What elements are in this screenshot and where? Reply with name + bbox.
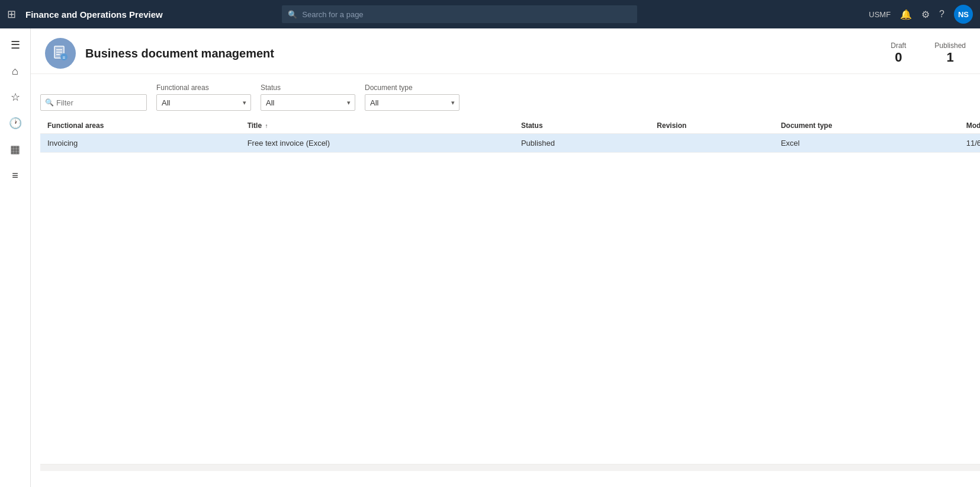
status-select[interactable]: All bbox=[261, 94, 355, 111]
cell-document-type: Excel bbox=[774, 134, 959, 153]
cell-title: Free text invoice (Excel) bbox=[240, 134, 514, 153]
sidebar-item-recent[interactable]: 🕐 bbox=[4, 111, 27, 135]
status-group: Status All bbox=[261, 84, 355, 111]
draft-stat: Draft 0 bbox=[891, 41, 906, 65]
sidebar: ☰ ⌂ ☆ 🕐 ▦ ≡ bbox=[0, 28, 31, 487]
draft-count: 0 bbox=[891, 50, 906, 65]
col-functional-areas[interactable]: Functional areas bbox=[40, 118, 240, 134]
sidebar-item-workspaces[interactable]: ▦ bbox=[4, 137, 27, 161]
horizontal-scrollbar[interactable] bbox=[40, 464, 980, 471]
search-icon: 🔍 bbox=[288, 10, 297, 19]
sidebar-item-favorites[interactable]: ☆ bbox=[4, 85, 27, 109]
page-header: ≡ Business document management Draft 0 P… bbox=[31, 28, 980, 74]
page-icon: ≡ bbox=[45, 38, 76, 69]
col-modified[interactable]: Modified date and time bbox=[959, 118, 980, 134]
col-status[interactable]: Status bbox=[514, 118, 650, 134]
search-bar: 🔍 bbox=[282, 5, 637, 23]
company-selector[interactable]: USMF bbox=[869, 10, 891, 19]
filters-row: 🔍 Functional areas All Status bbox=[40, 84, 980, 111]
document-type-select[interactable]: All bbox=[365, 94, 460, 111]
cell-modified: 11/6/2019 01:35:45 AM bbox=[959, 134, 980, 153]
help-icon[interactable]: ? bbox=[939, 9, 944, 20]
table-container: Functional areas Title ↑ Status Revision… bbox=[40, 118, 980, 464]
svg-text:≡: ≡ bbox=[63, 55, 66, 60]
topbar: ⊞ Finance and Operations Preview 🔍 USMF … bbox=[0, 0, 980, 28]
filter-search-group: 🔍 bbox=[40, 94, 147, 111]
content-area: 🔍 Functional areas All Status bbox=[31, 74, 980, 480]
functional-areas-select-wrapper: All bbox=[156, 94, 251, 111]
search-input[interactable] bbox=[302, 10, 631, 19]
page-title: Business document management bbox=[85, 47, 274, 60]
page-stats: Draft 0 Published 1 bbox=[891, 41, 966, 65]
sidebar-item-list[interactable]: ≡ bbox=[4, 164, 27, 187]
functional-areas-label: Functional areas bbox=[156, 84, 251, 92]
draft-label: Draft bbox=[891, 41, 906, 50]
main-area: ≡ Business document management Draft 0 P… bbox=[31, 28, 980, 487]
avatar[interactable]: NS bbox=[954, 5, 973, 24]
document-type-select-wrapper: All bbox=[365, 94, 460, 111]
document-icon: ≡ bbox=[52, 45, 69, 62]
notification-icon[interactable]: 🔔 bbox=[900, 9, 912, 20]
filter-input[interactable] bbox=[40, 94, 147, 111]
status-label: Status bbox=[261, 84, 355, 92]
status-select-wrapper: All bbox=[261, 94, 355, 111]
documents-table: Functional areas Title ↑ Status Revision… bbox=[40, 118, 980, 153]
table-row[interactable]: Invoicing Free text invoice (Excel) Publ… bbox=[40, 134, 980, 153]
col-document-type[interactable]: Document type bbox=[774, 118, 959, 134]
published-count: 1 bbox=[934, 50, 966, 65]
col-revision[interactable]: Revision bbox=[650, 118, 773, 134]
published-label: Published bbox=[934, 41, 966, 50]
grid-icon[interactable]: ⊞ bbox=[7, 8, 16, 21]
sidebar-item-home[interactable]: ⌂ bbox=[4, 59, 27, 83]
functional-areas-group: Functional areas All bbox=[156, 84, 251, 111]
cell-revision bbox=[650, 134, 773, 153]
sort-icon: ↑ bbox=[265, 123, 268, 129]
app-title: Finance and Operations Preview bbox=[25, 9, 163, 20]
document-type-label: Document type bbox=[365, 84, 460, 92]
settings-icon[interactable]: ⚙ bbox=[921, 9, 930, 20]
functional-areas-select[interactable]: All bbox=[156, 94, 251, 111]
cell-functional-areas: Invoicing bbox=[40, 134, 240, 153]
topbar-right: USMF 🔔 ⚙ ? NS bbox=[869, 5, 973, 24]
sidebar-item-hamburger[interactable]: ☰ bbox=[4, 33, 27, 57]
document-type-group: Document type All bbox=[365, 84, 460, 111]
list-panel: 🔍 Functional areas All Status bbox=[31, 74, 980, 480]
cell-status: Published bbox=[514, 134, 650, 153]
col-title[interactable]: Title ↑ bbox=[240, 118, 514, 134]
published-stat: Published 1 bbox=[934, 41, 966, 65]
